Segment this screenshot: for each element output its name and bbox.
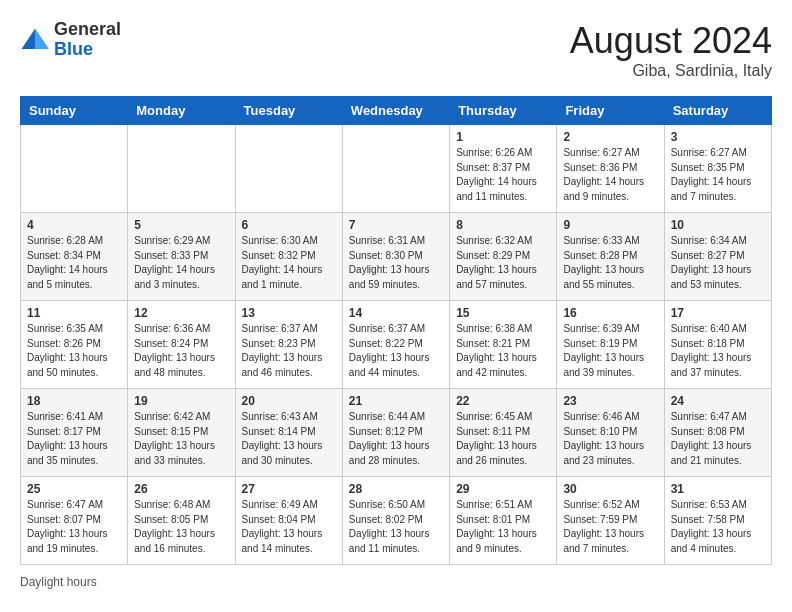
calendar-day-cell: 22Sunrise: 6:45 AM Sunset: 8:11 PM Dayli… bbox=[450, 389, 557, 477]
day-info: Sunrise: 6:40 AM Sunset: 8:18 PM Dayligh… bbox=[671, 322, 765, 380]
calendar-empty-cell bbox=[235, 125, 342, 213]
day-info: Sunrise: 6:36 AM Sunset: 8:24 PM Dayligh… bbox=[134, 322, 228, 380]
col-header-friday: Friday bbox=[557, 97, 664, 125]
day-number: 16 bbox=[563, 306, 657, 320]
logo-text: General Blue bbox=[54, 20, 121, 60]
daylight-hours-label: Daylight hours bbox=[20, 575, 97, 589]
day-info: Sunrise: 6:38 AM Sunset: 8:21 PM Dayligh… bbox=[456, 322, 550, 380]
day-info: Sunrise: 6:30 AM Sunset: 8:32 PM Dayligh… bbox=[242, 234, 336, 292]
day-number: 23 bbox=[563, 394, 657, 408]
calendar-day-cell: 5Sunrise: 6:29 AM Sunset: 8:33 PM Daylig… bbox=[128, 213, 235, 301]
col-header-sunday: Sunday bbox=[21, 97, 128, 125]
logo: General Blue bbox=[20, 20, 121, 60]
month-year-title: August 2024 bbox=[570, 20, 772, 62]
day-info: Sunrise: 6:27 AM Sunset: 8:35 PM Dayligh… bbox=[671, 146, 765, 204]
day-number: 17 bbox=[671, 306, 765, 320]
day-info: Sunrise: 6:28 AM Sunset: 8:34 PM Dayligh… bbox=[27, 234, 121, 292]
day-number: 13 bbox=[242, 306, 336, 320]
day-number: 28 bbox=[349, 482, 443, 496]
day-info: Sunrise: 6:50 AM Sunset: 8:02 PM Dayligh… bbox=[349, 498, 443, 556]
calendar-day-cell: 16Sunrise: 6:39 AM Sunset: 8:19 PM Dayli… bbox=[557, 301, 664, 389]
calendar-week-row: 18Sunrise: 6:41 AM Sunset: 8:17 PM Dayli… bbox=[21, 389, 772, 477]
calendar-day-cell: 9Sunrise: 6:33 AM Sunset: 8:28 PM Daylig… bbox=[557, 213, 664, 301]
day-number: 24 bbox=[671, 394, 765, 408]
calendar-day-cell: 1Sunrise: 6:26 AM Sunset: 8:37 PM Daylig… bbox=[450, 125, 557, 213]
day-number: 3 bbox=[671, 130, 765, 144]
day-number: 10 bbox=[671, 218, 765, 232]
day-info: Sunrise: 6:27 AM Sunset: 8:36 PM Dayligh… bbox=[563, 146, 657, 204]
day-number: 1 bbox=[456, 130, 550, 144]
day-info: Sunrise: 6:31 AM Sunset: 8:30 PM Dayligh… bbox=[349, 234, 443, 292]
day-number: 27 bbox=[242, 482, 336, 496]
day-number: 30 bbox=[563, 482, 657, 496]
day-info: Sunrise: 6:41 AM Sunset: 8:17 PM Dayligh… bbox=[27, 410, 121, 468]
day-info: Sunrise: 6:32 AM Sunset: 8:29 PM Dayligh… bbox=[456, 234, 550, 292]
calendar-empty-cell bbox=[128, 125, 235, 213]
day-info: Sunrise: 6:47 AM Sunset: 8:08 PM Dayligh… bbox=[671, 410, 765, 468]
col-header-wednesday: Wednesday bbox=[342, 97, 449, 125]
day-info: Sunrise: 6:29 AM Sunset: 8:33 PM Dayligh… bbox=[134, 234, 228, 292]
col-header-tuesday: Tuesday bbox=[235, 97, 342, 125]
calendar-day-cell: 13Sunrise: 6:37 AM Sunset: 8:23 PM Dayli… bbox=[235, 301, 342, 389]
day-info: Sunrise: 6:39 AM Sunset: 8:19 PM Dayligh… bbox=[563, 322, 657, 380]
page-header: General Blue August 2024 Giba, Sardinia,… bbox=[20, 20, 772, 80]
logo-blue-text: Blue bbox=[54, 40, 121, 60]
day-number: 7 bbox=[349, 218, 443, 232]
day-info: Sunrise: 6:46 AM Sunset: 8:10 PM Dayligh… bbox=[563, 410, 657, 468]
day-info: Sunrise: 6:33 AM Sunset: 8:28 PM Dayligh… bbox=[563, 234, 657, 292]
day-number: 22 bbox=[456, 394, 550, 408]
day-number: 8 bbox=[456, 218, 550, 232]
day-number: 15 bbox=[456, 306, 550, 320]
day-info: Sunrise: 6:51 AM Sunset: 8:01 PM Dayligh… bbox=[456, 498, 550, 556]
calendar-day-cell: 6Sunrise: 6:30 AM Sunset: 8:32 PM Daylig… bbox=[235, 213, 342, 301]
calendar-day-cell: 18Sunrise: 6:41 AM Sunset: 8:17 PM Dayli… bbox=[21, 389, 128, 477]
day-info: Sunrise: 6:37 AM Sunset: 8:23 PM Dayligh… bbox=[242, 322, 336, 380]
day-number: 29 bbox=[456, 482, 550, 496]
calendar-day-cell: 12Sunrise: 6:36 AM Sunset: 8:24 PM Dayli… bbox=[128, 301, 235, 389]
day-number: 6 bbox=[242, 218, 336, 232]
calendar-day-cell: 28Sunrise: 6:50 AM Sunset: 8:02 PM Dayli… bbox=[342, 477, 449, 565]
col-header-saturday: Saturday bbox=[664, 97, 771, 125]
calendar-day-cell: 11Sunrise: 6:35 AM Sunset: 8:26 PM Dayli… bbox=[21, 301, 128, 389]
day-info: Sunrise: 6:26 AM Sunset: 8:37 PM Dayligh… bbox=[456, 146, 550, 204]
svg-marker-1 bbox=[35, 29, 49, 49]
day-number: 12 bbox=[134, 306, 228, 320]
calendar-day-cell: 24Sunrise: 6:47 AM Sunset: 8:08 PM Dayli… bbox=[664, 389, 771, 477]
day-info: Sunrise: 6:45 AM Sunset: 8:11 PM Dayligh… bbox=[456, 410, 550, 468]
day-number: 25 bbox=[27, 482, 121, 496]
calendar-week-row: 4Sunrise: 6:28 AM Sunset: 8:34 PM Daylig… bbox=[21, 213, 772, 301]
logo-icon bbox=[20, 25, 50, 55]
day-info: Sunrise: 6:43 AM Sunset: 8:14 PM Dayligh… bbox=[242, 410, 336, 468]
calendar-day-cell: 19Sunrise: 6:42 AM Sunset: 8:15 PM Dayli… bbox=[128, 389, 235, 477]
calendar-day-cell: 7Sunrise: 6:31 AM Sunset: 8:30 PM Daylig… bbox=[342, 213, 449, 301]
day-number: 11 bbox=[27, 306, 121, 320]
day-number: 14 bbox=[349, 306, 443, 320]
calendar-table: SundayMondayTuesdayWednesdayThursdayFrid… bbox=[20, 96, 772, 565]
day-number: 19 bbox=[134, 394, 228, 408]
calendar-day-cell: 8Sunrise: 6:32 AM Sunset: 8:29 PM Daylig… bbox=[450, 213, 557, 301]
day-number: 26 bbox=[134, 482, 228, 496]
day-info: Sunrise: 6:37 AM Sunset: 8:22 PM Dayligh… bbox=[349, 322, 443, 380]
col-header-thursday: Thursday bbox=[450, 97, 557, 125]
day-number: 4 bbox=[27, 218, 121, 232]
day-info: Sunrise: 6:35 AM Sunset: 8:26 PM Dayligh… bbox=[27, 322, 121, 380]
col-header-monday: Monday bbox=[128, 97, 235, 125]
calendar-day-cell: 27Sunrise: 6:49 AM Sunset: 8:04 PM Dayli… bbox=[235, 477, 342, 565]
day-info: Sunrise: 6:48 AM Sunset: 8:05 PM Dayligh… bbox=[134, 498, 228, 556]
calendar-day-cell: 29Sunrise: 6:51 AM Sunset: 8:01 PM Dayli… bbox=[450, 477, 557, 565]
title-block: August 2024 Giba, Sardinia, Italy bbox=[570, 20, 772, 80]
day-info: Sunrise: 6:44 AM Sunset: 8:12 PM Dayligh… bbox=[349, 410, 443, 468]
calendar-day-cell: 21Sunrise: 6:44 AM Sunset: 8:12 PM Dayli… bbox=[342, 389, 449, 477]
day-number: 31 bbox=[671, 482, 765, 496]
calendar-empty-cell bbox=[342, 125, 449, 213]
calendar-day-cell: 26Sunrise: 6:48 AM Sunset: 8:05 PM Dayli… bbox=[128, 477, 235, 565]
calendar-week-row: 1Sunrise: 6:26 AM Sunset: 8:37 PM Daylig… bbox=[21, 125, 772, 213]
day-info: Sunrise: 6:42 AM Sunset: 8:15 PM Dayligh… bbox=[134, 410, 228, 468]
day-number: 2 bbox=[563, 130, 657, 144]
calendar-day-cell: 31Sunrise: 6:53 AM Sunset: 7:58 PM Dayli… bbox=[664, 477, 771, 565]
day-number: 9 bbox=[563, 218, 657, 232]
logo-general-text: General bbox=[54, 20, 121, 40]
calendar-day-cell: 23Sunrise: 6:46 AM Sunset: 8:10 PM Dayli… bbox=[557, 389, 664, 477]
day-info: Sunrise: 6:49 AM Sunset: 8:04 PM Dayligh… bbox=[242, 498, 336, 556]
calendar-day-cell: 17Sunrise: 6:40 AM Sunset: 8:18 PM Dayli… bbox=[664, 301, 771, 389]
